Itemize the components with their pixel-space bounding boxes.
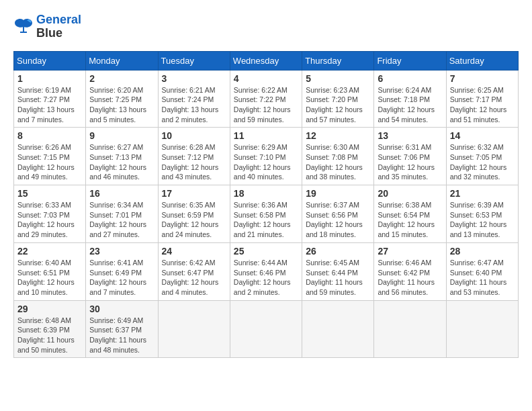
day-info: Sunrise: 6:40 AMSunset: 6:51 PMDaylight:… bbox=[17, 258, 82, 298]
calendar-cell: 23Sunrise: 6:41 AMSunset: 6:49 PMDayligh… bbox=[86, 242, 158, 300]
calendar-cell bbox=[230, 300, 302, 358]
calendar-cell: 17Sunrise: 6:35 AMSunset: 6:59 PMDayligh… bbox=[158, 185, 230, 243]
day-number: 27 bbox=[378, 246, 442, 257]
header-monday: Monday bbox=[86, 51, 158, 70]
day-info: Sunrise: 6:19 AMSunset: 7:27 PMDaylight:… bbox=[17, 85, 82, 125]
calendar-cell: 1Sunrise: 6:19 AMSunset: 7:27 PMDaylight… bbox=[14, 70, 86, 128]
calendar-cell: 29Sunrise: 6:48 AMSunset: 6:39 PMDayligh… bbox=[14, 300, 86, 358]
header-friday: Friday bbox=[374, 51, 446, 70]
day-number: 29 bbox=[17, 304, 82, 314]
day-info: Sunrise: 6:28 AMSunset: 7:12 PMDaylight:… bbox=[162, 142, 226, 182]
day-number: 6 bbox=[378, 73, 442, 84]
logo-icon bbox=[13, 17, 34, 36]
day-info: Sunrise: 6:42 AMSunset: 6:47 PMDaylight:… bbox=[162, 258, 226, 298]
calendar-cell: 14Sunrise: 6:32 AMSunset: 7:05 PMDayligh… bbox=[446, 128, 518, 185]
calendar-cell: 15Sunrise: 6:33 AMSunset: 7:03 PMDayligh… bbox=[14, 185, 86, 243]
calendar-cell bbox=[446, 300, 518, 358]
calendar-cell: 3Sunrise: 6:21 AMSunset: 7:24 PMDaylight… bbox=[158, 70, 230, 128]
day-number: 10 bbox=[162, 130, 226, 141]
calendar-cell: 16Sunrise: 6:34 AMSunset: 7:01 PMDayligh… bbox=[86, 185, 158, 243]
calendar-cell: 11Sunrise: 6:29 AMSunset: 7:10 PMDayligh… bbox=[230, 128, 302, 185]
day-info: Sunrise: 6:45 AMSunset: 6:44 PMDaylight:… bbox=[306, 258, 370, 298]
day-info: Sunrise: 6:48 AMSunset: 6:39 PMDaylight:… bbox=[17, 316, 82, 355]
day-info: Sunrise: 6:21 AMSunset: 7:24 PMDaylight:… bbox=[162, 85, 226, 125]
calendar-cell: 5Sunrise: 6:23 AMSunset: 7:20 PMDaylight… bbox=[302, 70, 374, 128]
day-info: Sunrise: 6:37 AMSunset: 6:56 PMDaylight:… bbox=[306, 200, 370, 240]
calendar-cell: 12Sunrise: 6:30 AMSunset: 7:08 PMDayligh… bbox=[302, 128, 374, 185]
calendar-cell: 2Sunrise: 6:20 AMSunset: 7:25 PMDaylight… bbox=[86, 70, 158, 128]
day-number: 16 bbox=[89, 188, 154, 199]
calendar-cell: 18Sunrise: 6:36 AMSunset: 6:58 PMDayligh… bbox=[230, 185, 302, 243]
day-info: Sunrise: 6:44 AMSunset: 6:46 PMDaylight:… bbox=[234, 258, 298, 298]
calendar-cell: 8Sunrise: 6:26 AMSunset: 7:15 PMDaylight… bbox=[14, 128, 86, 185]
calendar-cell: 13Sunrise: 6:31 AMSunset: 7:06 PMDayligh… bbox=[374, 128, 446, 185]
day-number: 2 bbox=[89, 73, 154, 84]
day-info: Sunrise: 6:29 AMSunset: 7:10 PMDaylight:… bbox=[234, 142, 298, 182]
day-info: Sunrise: 6:23 AMSunset: 7:20 PMDaylight:… bbox=[306, 85, 370, 125]
day-info: Sunrise: 6:36 AMSunset: 6:58 PMDaylight:… bbox=[234, 200, 298, 240]
calendar: SundayMondayTuesdayWednesdayThursdayFrid… bbox=[13, 51, 519, 359]
calendar-cell bbox=[374, 300, 446, 358]
day-info: Sunrise: 6:25 AMSunset: 7:17 PMDaylight:… bbox=[450, 85, 515, 125]
page-header: General Blue bbox=[13, 13, 519, 40]
calendar-cell: 28Sunrise: 6:47 AMSunset: 6:40 PMDayligh… bbox=[446, 242, 518, 300]
header-sunday: Sunday bbox=[14, 51, 86, 70]
logo: General Blue bbox=[13, 13, 81, 40]
day-info: Sunrise: 6:31 AMSunset: 7:06 PMDaylight:… bbox=[378, 142, 442, 182]
day-info: Sunrise: 6:33 AMSunset: 7:03 PMDaylight:… bbox=[17, 200, 82, 240]
day-number: 25 bbox=[234, 246, 298, 257]
calendar-header-row: SundayMondayTuesdayWednesdayThursdayFrid… bbox=[14, 51, 519, 70]
day-info: Sunrise: 6:20 AMSunset: 7:25 PMDaylight:… bbox=[89, 85, 154, 125]
day-number: 13 bbox=[378, 130, 442, 141]
day-number: 1 bbox=[17, 73, 82, 84]
day-info: Sunrise: 6:26 AMSunset: 7:15 PMDaylight:… bbox=[17, 142, 82, 182]
calendar-week-4: 22Sunrise: 6:40 AMSunset: 6:51 PMDayligh… bbox=[14, 242, 519, 300]
calendar-week-3: 15Sunrise: 6:33 AMSunset: 7:03 PMDayligh… bbox=[14, 185, 519, 243]
calendar-cell: 25Sunrise: 6:44 AMSunset: 6:46 PMDayligh… bbox=[230, 242, 302, 300]
calendar-week-2: 8Sunrise: 6:26 AMSunset: 7:15 PMDaylight… bbox=[14, 128, 519, 185]
header-saturday: Saturday bbox=[446, 51, 518, 70]
calendar-cell: 9Sunrise: 6:27 AMSunset: 7:13 PMDaylight… bbox=[86, 128, 158, 185]
calendar-week-5: 29Sunrise: 6:48 AMSunset: 6:39 PMDayligh… bbox=[14, 300, 519, 358]
day-number: 22 bbox=[17, 246, 82, 257]
day-number: 17 bbox=[162, 188, 226, 199]
calendar-week-1: 1Sunrise: 6:19 AMSunset: 7:27 PMDaylight… bbox=[14, 70, 519, 128]
day-number: 12 bbox=[306, 130, 370, 141]
logo-text: General Blue bbox=[36, 13, 81, 40]
day-number: 5 bbox=[306, 73, 370, 84]
day-number: 20 bbox=[378, 188, 442, 199]
calendar-cell: 19Sunrise: 6:37 AMSunset: 6:56 PMDayligh… bbox=[302, 185, 374, 243]
header-wednesday: Wednesday bbox=[230, 51, 302, 70]
day-number: 15 bbox=[17, 188, 82, 199]
calendar-cell: 27Sunrise: 6:46 AMSunset: 6:42 PMDayligh… bbox=[374, 242, 446, 300]
day-info: Sunrise: 6:32 AMSunset: 7:05 PMDaylight:… bbox=[450, 142, 515, 182]
day-number: 28 bbox=[450, 246, 515, 257]
day-info: Sunrise: 6:35 AMSunset: 6:59 PMDaylight:… bbox=[162, 200, 226, 240]
day-info: Sunrise: 6:41 AMSunset: 6:49 PMDaylight:… bbox=[89, 258, 154, 298]
day-number: 21 bbox=[450, 188, 515, 199]
calendar-cell bbox=[158, 300, 230, 358]
day-number: 14 bbox=[450, 130, 515, 141]
day-number: 9 bbox=[89, 130, 154, 141]
day-number: 8 bbox=[17, 130, 82, 141]
calendar-cell: 6Sunrise: 6:24 AMSunset: 7:18 PMDaylight… bbox=[374, 70, 446, 128]
calendar-cell bbox=[302, 300, 374, 358]
day-number: 4 bbox=[234, 73, 298, 84]
day-number: 18 bbox=[234, 188, 298, 199]
calendar-cell: 22Sunrise: 6:40 AMSunset: 6:51 PMDayligh… bbox=[14, 242, 86, 300]
day-info: Sunrise: 6:39 AMSunset: 6:53 PMDaylight:… bbox=[450, 200, 515, 240]
calendar-cell: 30Sunrise: 6:49 AMSunset: 6:37 PMDayligh… bbox=[86, 300, 158, 358]
header-thursday: Thursday bbox=[302, 51, 374, 70]
calendar-cell: 26Sunrise: 6:45 AMSunset: 6:44 PMDayligh… bbox=[302, 242, 374, 300]
day-number: 23 bbox=[89, 246, 154, 257]
calendar-cell: 20Sunrise: 6:38 AMSunset: 6:54 PMDayligh… bbox=[374, 185, 446, 243]
day-info: Sunrise: 6:47 AMSunset: 6:40 PMDaylight:… bbox=[450, 258, 515, 298]
day-number: 11 bbox=[234, 130, 298, 141]
day-number: 30 bbox=[89, 304, 154, 314]
day-info: Sunrise: 6:46 AMSunset: 6:42 PMDaylight:… bbox=[378, 258, 442, 298]
day-number: 7 bbox=[450, 73, 515, 84]
day-number: 24 bbox=[162, 246, 226, 257]
day-info: Sunrise: 6:30 AMSunset: 7:08 PMDaylight:… bbox=[306, 142, 370, 182]
day-info: Sunrise: 6:49 AMSunset: 6:37 PMDaylight:… bbox=[89, 316, 154, 355]
calendar-cell: 4Sunrise: 6:22 AMSunset: 7:22 PMDaylight… bbox=[230, 70, 302, 128]
